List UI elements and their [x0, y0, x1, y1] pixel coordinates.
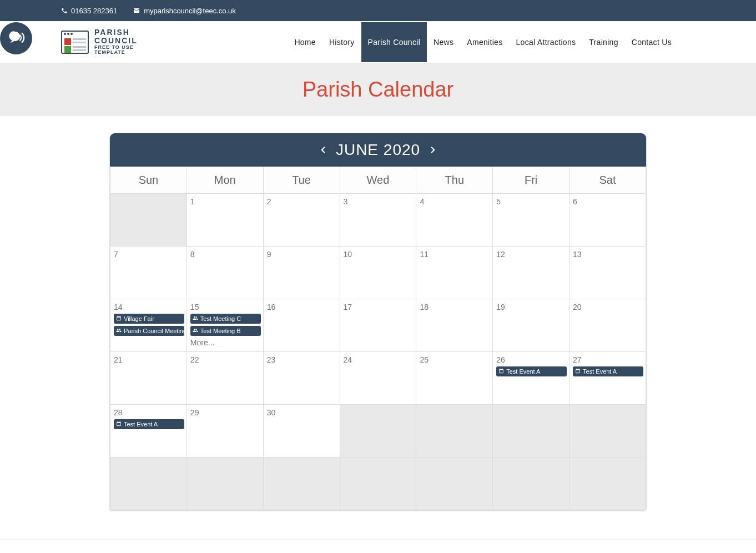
weekday-header: Tue	[263, 167, 340, 194]
calendar-cell[interactable]: 23	[263, 352, 340, 405]
day-number: 16	[267, 303, 337, 311]
day-number: 14	[114, 303, 184, 311]
calendar-cell[interactable]: 28Test Event A	[110, 405, 187, 458]
weekday-header: Wed	[340, 167, 416, 194]
day-number: 4	[420, 197, 490, 206]
weekday-header: Fri	[493, 167, 569, 194]
nav-link-home[interactable]: Home	[288, 22, 322, 62]
day-number: 18	[420, 303, 490, 311]
day-number: 15	[190, 303, 261, 311]
calendar-cell[interactable]: 14Village FairParish Council Meeting	[110, 299, 187, 352]
primary-nav: HomeHistoryParish CouncilNewsAmenitiesLo…	[288, 22, 678, 62]
calendar-event[interactable]: Test Event A	[114, 419, 184, 429]
calendar-grid: SunMonTueWedThuFriSat 123456789101112131…	[110, 167, 646, 510]
nav-link-history[interactable]: History	[322, 22, 361, 62]
more-events-link[interactable]: More...	[190, 338, 261, 347]
calendar-cell	[569, 405, 646, 458]
calendar-cell[interactable]: 8	[187, 247, 263, 299]
day-number: 20	[573, 303, 643, 311]
calendar-cell[interactable]: 26Test Event A	[493, 352, 569, 405]
day-number: 13	[573, 250, 643, 259]
calendar-cell	[110, 194, 187, 247]
calendar-cell	[263, 458, 340, 510]
calendar-cell[interactable]: 3	[340, 194, 416, 247]
nav-link-local-attractions[interactable]: Local Attractions	[509, 22, 582, 62]
day-number: 28	[114, 408, 184, 417]
calendar-icon	[116, 315, 122, 322]
calendar-event[interactable]: Parish Council Meeting	[114, 326, 184, 336]
calendar-cell[interactable]: 10	[340, 247, 416, 299]
weekday-header: Thu	[416, 167, 493, 194]
next-month-button[interactable]	[428, 143, 438, 157]
calendar-cell[interactable]: 1	[187, 194, 263, 247]
calendar-cell[interactable]: 17	[340, 299, 416, 352]
topbar-email[interactable]: myparishcouncil@teec.co.uk	[133, 7, 236, 15]
calendar-header: JUNE 2020	[110, 133, 646, 167]
day-number: 19	[496, 303, 567, 311]
calendar-event[interactable]: Test Event A	[573, 366, 643, 376]
day-number: 21	[114, 355, 184, 364]
day-number: 24	[344, 355, 414, 364]
day-number: 23	[267, 355, 337, 364]
nav-link-news[interactable]: News	[427, 22, 460, 62]
prev-month-button[interactable]	[318, 143, 328, 157]
calendar: JUNE 2020 SunMonTueWedThuFriSat 12345678…	[109, 133, 647, 511]
logo-graphic	[61, 31, 89, 54]
nav-link-parish-council[interactable]: Parish Council	[361, 22, 427, 62]
calendar-cell[interactable]: 13	[569, 247, 646, 299]
calendar-cell	[110, 458, 187, 510]
calendar-cell[interactable]: 27Test Event A	[569, 352, 646, 405]
calendar-cell[interactable]: 30	[263, 405, 340, 458]
site-logo[interactable]: PARISH COUNCIL FREE TO USE TEMPLATE	[61, 28, 138, 55]
calendar-cell[interactable]: 4	[416, 194, 493, 247]
event-label: Test Event A	[506, 368, 540, 375]
day-number: 11	[420, 250, 490, 259]
day-number: 5	[496, 197, 567, 206]
calendar-cell[interactable]: 9	[263, 247, 340, 299]
accessibility-button[interactable]	[0, 22, 32, 54]
logo-text: PARISH COUNCIL FREE TO USE TEMPLATE	[94, 28, 138, 55]
day-number: 1	[190, 197, 261, 206]
calendar-cell[interactable]: 7	[110, 247, 187, 299]
calendar-cell[interactable]: 25	[416, 352, 493, 405]
envelope-icon	[133, 7, 140, 14]
nav-link-amenities[interactable]: Amenities	[460, 22, 509, 62]
calendar-cell[interactable]: 12	[493, 247, 569, 299]
day-number: 6	[573, 197, 643, 206]
topbar-email-text: myparishcouncil@teec.co.uk	[144, 7, 236, 15]
day-number: 7	[114, 250, 184, 259]
group-icon	[193, 328, 198, 334]
calendar-event[interactable]: Test Meeting B	[190, 326, 261, 336]
topbar-phone-text: 01635 282361	[71, 7, 117, 15]
calendar-cell[interactable]: 24	[340, 352, 416, 405]
day-number: 3	[344, 197, 414, 206]
calendar-cell[interactable]: 5	[493, 194, 569, 247]
event-label: Test Event A	[583, 368, 617, 375]
calendar-cell[interactable]: 15Test Meeting CTest Meeting BMore...	[187, 299, 263, 352]
nav-link-training[interactable]: Training	[582, 22, 624, 62]
topbar-phone[interactable]: 01635 282361	[61, 7, 117, 15]
day-number: 10	[344, 250, 414, 259]
calendar-cell[interactable]: 16	[263, 299, 340, 352]
calendar-cell[interactable]: 21	[110, 352, 187, 405]
calendar-cell[interactable]: 22	[187, 352, 263, 405]
weekday-header: Sun	[110, 167, 187, 194]
calendar-event[interactable]: Test Event A	[496, 366, 567, 376]
calendar-cell[interactable]: 18	[416, 299, 493, 352]
calendar-event[interactable]: Test Meeting C	[190, 314, 261, 324]
calendar-cell[interactable]: 2	[263, 194, 340, 247]
page-title: Parish Calendar	[0, 78, 756, 102]
calendar-cell[interactable]: 29	[187, 405, 263, 458]
nav-link-contact-us[interactable]: Contact Us	[625, 22, 678, 62]
event-label: Village Fair	[124, 315, 154, 322]
event-label: Test Event A	[124, 421, 158, 428]
day-number: 29	[190, 408, 261, 417]
calendar-cell[interactable]: 11	[416, 247, 493, 299]
calendar-event[interactable]: Village Fair	[114, 314, 184, 324]
calendar-cell[interactable]: 20	[569, 299, 646, 352]
day-number: 9	[267, 250, 337, 259]
calendar-cell	[187, 458, 263, 510]
calendar-cell[interactable]: 19	[493, 299, 569, 352]
event-label: Test Meeting C	[200, 315, 241, 322]
calendar-cell[interactable]: 6	[569, 194, 646, 247]
